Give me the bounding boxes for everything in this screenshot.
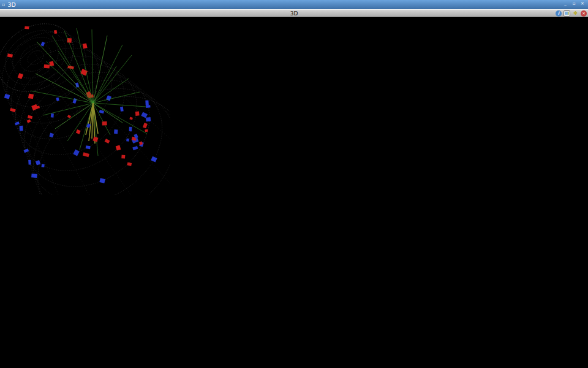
- minimize-button[interactable]: _: [562, 1, 569, 8]
- app-icon: ▫: [2, 2, 5, 7]
- detector3d-graphic: [0, 17, 170, 195]
- expand-icon[interactable]: ✥: [572, 10, 579, 17]
- viewer3d-viewport[interactable]: [0, 17, 588, 368]
- viewer3d-panel-header[interactable]: 3D i ✥ ✕: [0, 9, 588, 17]
- info-icon[interactable]: i: [556, 10, 562, 17]
- viewer3d-titlebar[interactable]: ▫ 3D _ ▫ ✕: [0, 0, 588, 9]
- display-icon[interactable]: [564, 10, 570, 17]
- viewer3d-window: ▫ 3D _ ▫ ✕ 3D i ✥ ✕: [0, 0, 173, 196]
- close-view-icon[interactable]: ✕: [581, 10, 587, 17]
- maximize-button[interactable]: ▫: [570, 1, 578, 8]
- close-button[interactable]: ✕: [579, 1, 586, 8]
- viewer3d-window-title: 3D: [7, 1, 559, 8]
- viewer3d-panel-title: 3D: [0, 10, 588, 17]
